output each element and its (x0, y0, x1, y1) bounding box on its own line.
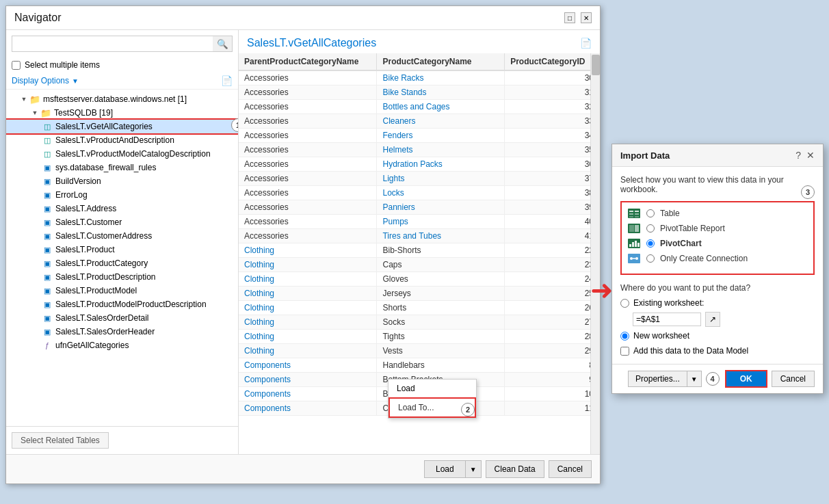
table-icon-productdescription: ▣ (42, 271, 53, 282)
func-icon-ufngetall: ƒ (42, 340, 53, 351)
table-row: Accessories Helmets 35 (239, 143, 600, 157)
tree-item-ufngetallcategories[interactable]: ƒ ufnGetAllCategories (6, 339, 238, 352)
data-export-icon-button[interactable]: 📄 (580, 38, 592, 49)
worksheet-select-button[interactable]: ↗ (705, 312, 720, 327)
properties-dropdown-button[interactable]: ▼ (687, 371, 702, 387)
export-icon-button[interactable]: 📄 (221, 75, 233, 86)
tree-label-salesorderdetail: SalesLT.SalesOrderDetail (55, 313, 149, 323)
cell-product: Locks (377, 186, 505, 200)
cell-product: Tights (377, 330, 505, 344)
tree-label-productdescription: SalesLT.ProductDescription (55, 272, 156, 282)
existing-worksheet-radio[interactable] (620, 299, 629, 308)
tree-item-server[interactable]: ▼ 📁 msftestserver.database.windows.net [… (6, 92, 238, 106)
tree-label-errorlog: ErrorLog (55, 190, 88, 200)
tree-item-salesorderdetail[interactable]: ▣ SalesLT.SalesOrderDetail (6, 311, 238, 325)
col-header-id: ProductCategoryID (505, 53, 600, 70)
minimize-button[interactable]: □ (564, 12, 575, 23)
table-icon-salesorderheader: ▣ (42, 326, 53, 337)
tree-item-buildversion[interactable]: ▣ BuildVersion (6, 174, 238, 188)
dialog-help-icon[interactable]: ? (795, 150, 801, 161)
cell-id: 22 (505, 243, 600, 258)
cell-id: 32 (505, 100, 600, 114)
db-folder-icon: 📁 (40, 107, 51, 118)
cell-id: 35 (505, 143, 600, 157)
dialog-title: Import Data (620, 150, 670, 161)
search-input[interactable] (12, 36, 213, 51)
folder-icon: 📁 (29, 94, 40, 105)
table-row: Accessories Bike Stands 31 (239, 85, 600, 100)
display-options-caret-icon[interactable]: ▼ (72, 77, 79, 85)
tree-label-productmodel: SalesLT.ProductModel (55, 286, 137, 295)
cell-parent: Components (239, 373, 377, 387)
cancel-button[interactable]: Cancel (549, 460, 592, 478)
tree-item-customer[interactable]: ▣ SalesLT.Customer (6, 215, 238, 229)
properties-button[interactable]: Properties... (628, 371, 687, 387)
table-radio[interactable] (646, 209, 655, 217)
tree-item-db[interactable]: ▼ 📁 TestSQLDB [19] (6, 106, 238, 120)
svg-rect-6 (635, 216, 639, 217)
pivotchart-radio[interactable] (646, 239, 655, 248)
cell-parent: Accessories (239, 114, 377, 129)
svg-rect-4 (635, 213, 639, 215)
col-header-parent: ParentProductCategoryName (239, 53, 377, 70)
tree-label-productmodelproductdesc: SalesLT.ProductModelProductDescription (55, 300, 207, 309)
tree-item-vproductmodelcatalog[interactable]: ◫ SalesLT.vProductModelCatalogDescriptio… (6, 147, 238, 161)
tree-item-vgetallcategories[interactable]: ◫ SalesLT.vGetAllCategories 1 (6, 120, 238, 133)
select-related-tables-button[interactable]: Select Related Tables (12, 432, 109, 449)
load-menu-item[interactable]: Load (389, 380, 476, 397)
svg-rect-2 (635, 211, 639, 212)
new-worksheet-radio[interactable] (620, 332, 629, 341)
col-header-product: ProductCategoryName (377, 53, 505, 70)
cell-parent: Components (239, 401, 377, 416)
connection-option-label: Only Create Connection (660, 254, 748, 263)
tree-label-sysfirewall: sys.database_firewall_rules (55, 163, 156, 172)
data-model-row: Add this data to the Data Model (620, 346, 815, 356)
cell-parent: Accessories (239, 229, 377, 243)
tree-item-productmodelproductdescription[interactable]: ▣ SalesLT.ProductModelProductDescription (6, 297, 238, 311)
select-multiple-label: Select multiple items (25, 60, 100, 70)
cell-product: Handlebars (377, 358, 505, 373)
connection-radio[interactable] (646, 254, 655, 263)
worksheet-input[interactable] (633, 313, 701, 326)
tree-item-address[interactable]: ▣ SalesLT.Address (6, 202, 238, 215)
cell-product: Vests (377, 344, 505, 358)
cell-parent: Accessories (239, 85, 377, 100)
left-panel: 🔍 Select multiple items Display Options … (6, 30, 239, 454)
dialog-cancel-button[interactable]: Cancel (772, 371, 815, 387)
cell-product: Cleaners (377, 114, 505, 129)
load-dropdown-button[interactable]: ▼ (465, 460, 482, 478)
load-button[interactable]: Load (424, 460, 465, 478)
tree-item-errorlog[interactable]: ▣ ErrorLog (6, 188, 238, 202)
cell-id: 25 (505, 287, 600, 301)
data-model-checkbox[interactable] (620, 347, 629, 356)
clean-data-button[interactable]: Clean Data (486, 460, 544, 478)
cell-id: 34 (505, 129, 600, 143)
tree-label-address: SalesLT.Address (55, 204, 116, 213)
table-row: Accessories Panniers 39 (239, 200, 600, 215)
tree-item-productcategory[interactable]: ▣ SalesLT.ProductCategory (6, 256, 238, 270)
ok-button[interactable]: OK (725, 370, 767, 388)
tree-item-customeraddress[interactable]: ▣ SalesLT.CustomerAddress (6, 229, 238, 243)
dialog-close-icon[interactable]: ✕ (806, 150, 815, 161)
svg-rect-11 (629, 244, 631, 247)
close-button[interactable]: ✕ (581, 12, 592, 23)
display-options-label[interactable]: Display Options (12, 76, 69, 85)
tree-item-product[interactable]: ▣ SalesLT.Product (6, 243, 238, 256)
cell-parent: Clothing (239, 272, 377, 287)
tree-item-sysfirewall[interactable]: ▣ sys.database_firewall_rules (6, 161, 238, 174)
tree-label-vgetallcategories: SalesLT.vGetAllCategories (55, 122, 153, 131)
pivottable-radio[interactable] (646, 224, 655, 233)
tree-item-productdescription[interactable]: ▣ SalesLT.ProductDescription (6, 270, 238, 284)
vertical-scrollbar[interactable] (590, 53, 600, 454)
tree-item-productmodel[interactable]: ▣ SalesLT.ProductModel (6, 284, 238, 297)
select-multiple-checkbox[interactable] (12, 61, 21, 70)
cell-parent: Accessories (239, 200, 377, 215)
tree-item-vproductanddescription[interactable]: ◫ SalesLT.vProductAndDescription (6, 133, 238, 147)
cell-parent: Clothing (239, 330, 377, 344)
tree-item-salesorderheader[interactable]: ▣ SalesLT.SalesOrderHeader (6, 325, 238, 339)
step-4-badge: 4 (706, 372, 720, 386)
data-header: SalesLT.vGetAllCategories 📄 (239, 30, 600, 53)
search-button[interactable]: 🔍 (213, 36, 232, 51)
pivotchart-option-icon (627, 238, 641, 249)
table-icon-buildversion: ▣ (42, 176, 53, 187)
